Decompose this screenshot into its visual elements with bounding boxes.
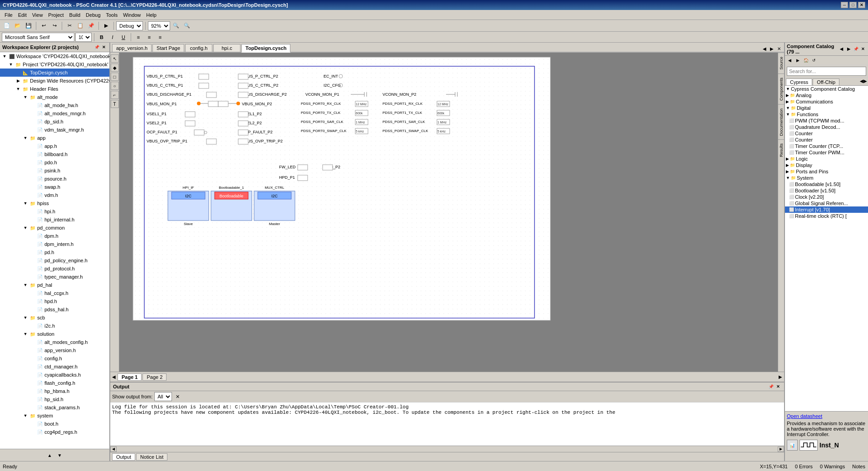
tree-system[interactable]: ▼ 📁 system [0, 412, 109, 420]
catalog-system[interactable]: ▼ 📁 System [785, 175, 868, 181]
output-hscrollbar[interactable]: ◀ ▶ [110, 446, 784, 452]
rect-tool[interactable]: □ [111, 73, 119, 81]
scroll-up-button[interactable]: ▲ [45, 450, 55, 460]
catalog-search-input[interactable] [787, 67, 866, 76]
catalog-counter-2[interactable]: ⬜ Counter [785, 137, 868, 143]
cut-button[interactable]: ✂ [64, 21, 74, 31]
menu-tools[interactable]: Tools [103, 11, 121, 19]
output-tab-notice[interactable]: Notice List [136, 453, 167, 461]
wire-tool[interactable]: ⌐ [111, 91, 119, 99]
tree-file[interactable]: 📄 psink.h [0, 167, 109, 175]
workspace-tree[interactable]: ▼ ⬛ Workspace 'CYPD4226-40LQXI_notebook'… [0, 52, 109, 449]
tab-close-button[interactable]: ✕ [776, 46, 782, 52]
tree-file[interactable]: 📄 config.h [0, 354, 109, 363]
new-button[interactable]: 📄 [2, 21, 12, 31]
tree-file[interactable]: 📄 stack_params.h [0, 403, 109, 412]
align-left-button[interactable]: ≡ [133, 32, 143, 42]
catalog-tab-offchip[interactable]: Off-Chip [813, 78, 839, 85]
tree-file[interactable]: 📄 dp_sid.h [0, 118, 109, 126]
tree-file[interactable]: 📄 boot.h [0, 420, 109, 428]
catalog-close-button[interactable]: ✕ [860, 46, 866, 52]
catalog-quad-dec[interactable]: ⬜ Quadrature Decod... [785, 124, 868, 130]
font-name-select[interactable]: Microsoft Sans Serif [2, 33, 74, 42]
tree-file[interactable]: 📄 psource.h [0, 175, 109, 183]
design-canvas-container[interactable]: VBUS_P_CTRL_P1 VBUS_C_CTRL_P1 VBUS_DISCH… [119, 53, 784, 372]
catalog-functions[interactable]: ▼ 📁 Functions [785, 111, 868, 118]
catalog-counter-1[interactable]: ⬜ Counter [785, 130, 868, 137]
catalog-display[interactable]: ▶ 📁 Display [785, 162, 868, 168]
show-output-select[interactable]: All [154, 392, 172, 401]
catalog-tab-nav-left[interactable]: ◀ [860, 78, 863, 85]
menu-file[interactable]: File [2, 11, 15, 19]
align-right-button[interactable]: ≡ [155, 32, 165, 42]
page-nav-left[interactable]: ◀ [112, 374, 116, 379]
clear-output-button[interactable]: ✕ [174, 393, 181, 400]
scroll-left-button[interactable]: ◀ [110, 446, 117, 452]
tree-project[interactable]: ▼ 📁 Project 'CYPD4226-40LQXI_notebook' [… [0, 60, 109, 69]
catalog-rtc[interactable]: ⬜ Real-time clock (RTC) [ [785, 213, 868, 219]
close-button[interactable]: ✕ [858, 2, 865, 8]
maximize-button[interactable]: □ [849, 2, 857, 8]
copy-button[interactable]: 📋 [75, 21, 85, 31]
tree-file[interactable]: 📄 billboard.h [0, 150, 109, 158]
tree-file[interactable]: 📄 pdss_hal.h [0, 305, 109, 314]
tree-file[interactable]: 📄 hal_ccgx.h [0, 289, 109, 297]
tab-config[interactable]: config.h [185, 44, 212, 52]
close-panel-button[interactable]: ✕ [101, 44, 107, 50]
open-button[interactable]: 📂 [13, 21, 23, 31]
tree-file[interactable]: 📄 flash_config.h [0, 379, 109, 387]
tree-header-files[interactable]: ▼ 📁 Header Files [0, 85, 109, 93]
catalog-nav-right[interactable]: ▶ [845, 46, 852, 52]
catalog-ports-pins[interactable]: ▶ 📁 Ports and Pins [785, 168, 868, 175]
tree-dwr[interactable]: ▶ 📁 Design Wide Resources (CYPD4226-40L.… [0, 77, 109, 85]
tree-topdesign[interactable]: 📐 TopDesign.cysch [0, 69, 109, 77]
catalog-forward-button[interactable]: ▶ [794, 57, 801, 64]
catalog-home-button[interactable]: 🏠 [802, 57, 809, 64]
side-tab-source[interactable]: Source [778, 53, 784, 74]
tree-file[interactable]: 📄 ccg4pd_regs.h [0, 428, 109, 436]
catalog-back-button[interactable]: ◀ [786, 57, 793, 64]
tree-hpiss[interactable]: ▼ 📁 hpiss [0, 199, 109, 207]
tree-file[interactable]: 📄 alt_modes_mngr.h [0, 109, 109, 118]
text-tool[interactable]: T [111, 100, 119, 108]
page-nav-right[interactable]: ▶ [779, 374, 782, 379]
menu-project[interactable]: Project [45, 11, 66, 19]
page-tab-2[interactable]: Page 2 [142, 373, 167, 381]
align-center-button[interactable]: ≡ [144, 32, 154, 42]
tab-app-version[interactable]: app_version.h [112, 44, 152, 52]
menu-edit[interactable]: Edit [15, 11, 29, 19]
tree-pd-common[interactable]: ▼ 📁 pd_common [0, 224, 109, 232]
catalog-digital[interactable]: ▼ 📁 Digital [785, 105, 868, 111]
tree-file[interactable]: 📄 pd.h [0, 248, 109, 256]
redo-button[interactable]: ↪ [49, 21, 59, 31]
side-tab-results[interactable]: Results [778, 139, 784, 161]
page-tab-1[interactable]: Page 1 [118, 373, 142, 381]
zoom-out-button[interactable]: 🔍 [182, 21, 192, 31]
tree-file[interactable]: 📄 ctd_manager.h [0, 363, 109, 371]
tree-file[interactable]: 📄 app.h [0, 142, 109, 150]
side-tab-components[interactable]: Components [778, 74, 784, 104]
circle-tool[interactable]: ○ [111, 82, 119, 90]
undo-button[interactable]: ↩ [39, 21, 49, 31]
tree-file[interactable]: 📄 pdo.h [0, 158, 109, 167]
catalog-refresh-button[interactable]: ↺ [810, 57, 818, 64]
tree-file[interactable]: 📄 hpi_internal.h [0, 216, 109, 224]
tab-next-button[interactable]: ▶ [769, 46, 775, 52]
tree-file[interactable]: 📄 i2c.h [0, 322, 109, 330]
catalog-logic[interactable]: ▶ 📁 Logic [785, 156, 868, 162]
catalog-nav-left[interactable]: ◀ [838, 46, 844, 52]
paste-button[interactable]: 📌 [86, 21, 96, 31]
tree-file[interactable]: 📄 typec_manager.h [0, 273, 109, 281]
menu-window[interactable]: Window [120, 11, 143, 19]
output-pin-button[interactable]: 📌 [768, 383, 774, 390]
pointer-tool[interactable]: ↖ [111, 54, 119, 63]
tree-file[interactable]: 📄 hp_hbma.h [0, 387, 109, 395]
bold-button[interactable]: B [97, 32, 107, 42]
menu-help[interactable]: Help [143, 11, 159, 19]
font-size-select[interactable]: 10 [75, 33, 92, 42]
tree-solution[interactable]: ▼ 📁 solution [0, 330, 109, 338]
catalog-global-signal[interactable]: ⬜ Global Signal Referen... [785, 200, 868, 206]
tab-prev-button[interactable]: ◀ [761, 46, 768, 52]
italic-button[interactable]: I [108, 32, 118, 42]
catalog-root[interactable]: ▼ Cypress Component Catalog [785, 86, 868, 92]
